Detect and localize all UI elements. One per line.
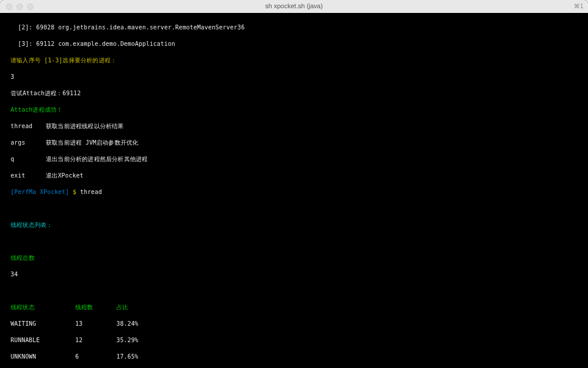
window-shortcut-indicator: ⌘1 (574, 2, 583, 11)
usage-line: q退出当前分析的进程然后分析其他进程 (11, 155, 577, 163)
process-list-item: [3]: 69112 com.example.demo.DemoApplicat… (11, 40, 577, 48)
blank-line (11, 205, 577, 213)
close-icon[interactable] (6, 4, 12, 10)
table-row: WAITING1338.24% (11, 320, 577, 328)
label: 线程总数 (11, 254, 577, 262)
user-input: 3 (11, 73, 577, 81)
blank-line (11, 237, 577, 246)
attaching-msg: 尝试Attach进程：69112 (11, 89, 577, 98)
table-row: RUNNABLE1235.29% (11, 336, 577, 344)
window-title: sh xpocket.sh (java) (5, 2, 583, 11)
prompt-select: 请输入序号 [1-3]选择要分析的进程： (11, 56, 577, 65)
usage-line: args获取当前进程 JVM启动参数开优化 (11, 139, 577, 147)
window-traffic-lights (6, 4, 34, 10)
table-header: 线程状态线程数占比 (11, 303, 577, 312)
terminal-content[interactable]: [2]: 69028 org.jetbrains.idea.maven.serv… (0, 13, 588, 368)
zoom-icon[interactable] (27, 4, 34, 10)
blank-line (11, 287, 577, 295)
attach-success: Attach进程成功！ (11, 106, 577, 114)
usage-line: exit退出XPocket (11, 172, 577, 180)
value: 34 (11, 270, 577, 279)
minimize-icon[interactable] (16, 4, 23, 10)
table-row: UNKNOWN617.65% (11, 353, 577, 361)
terminal-window: sh xpocket.sh (java) ⌘1 [2]: 69028 org.j… (0, 0, 588, 368)
section-header: 线程状态列表： (11, 221, 577, 229)
usage-line: thread获取当前进程线程以分析结果 (11, 122, 577, 131)
process-list-item: [2]: 69028 org.jetbrains.idea.maven.serv… (11, 24, 577, 32)
prompt-line: [PerfMa XPocket] $ thread (11, 188, 577, 196)
window-titlebar: sh xpocket.sh (java) ⌘1 (0, 0, 588, 13)
